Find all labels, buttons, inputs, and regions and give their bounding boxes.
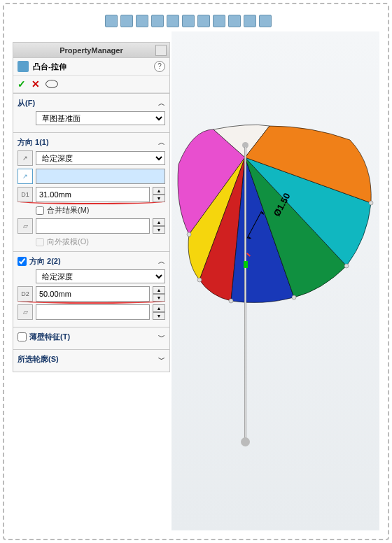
svg-point-1 (197, 278, 202, 282)
direction1-draft-field[interactable] (36, 218, 150, 234)
help-icon[interactable]: ? (154, 61, 165, 72)
sketch-origin-icon[interactable] (244, 261, 248, 268)
direction2-draft-spinner[interactable]: ▲▼ (153, 304, 165, 320)
direction1-depth-spinner[interactable]: ▲▼ (153, 187, 165, 202)
direction2-depth-field[interactable] (36, 286, 150, 302)
tool-display-icon[interactable] (167, 15, 179, 27)
reverse-direction-icon[interactable]: ↗ (18, 150, 33, 166)
direction1-type-select[interactable]: 给定深度 (36, 151, 165, 165)
direction2-type-select[interactable]: 给定深度 (36, 269, 165, 283)
direction1-section: 方向 1(1) ︿ ↗ 给定深度 ↗ D1 ▲▼ 合并结果(M) ▱ ▲▼ 向外… (13, 132, 169, 251)
thin-feature-label: 薄壁特征(T) (29, 332, 70, 342)
property-manager-header: PropertyManager (13, 43, 169, 58)
chevron-down-icon: ﹀ (158, 332, 165, 342)
umbrella-pole (244, 147, 246, 441)
from-header[interactable]: 从(F) ︿ (18, 98, 165, 108)
property-manager-title: PropertyManager (59, 46, 122, 55)
chevron-up-icon: ︿ (158, 99, 165, 108)
svg-point-5 (369, 201, 373, 205)
direction2-draft-field[interactable] (36, 304, 150, 320)
tool-edit-appearance-icon[interactable] (197, 15, 210, 27)
graphics-viewport[interactable]: Ø1.50 (172, 31, 379, 530)
ok-button[interactable]: ✓ (18, 78, 26, 90)
tool-section-icon[interactable] (151, 15, 164, 27)
direction1-label: 方向 1(1) (18, 137, 49, 148)
depth-icon: D1 (18, 187, 33, 202)
draft-icon[interactable]: ▱ (18, 218, 33, 234)
feature-title-row: 凸台-拉伸 ? (13, 58, 169, 76)
preview-icon[interactable] (46, 80, 58, 88)
direction2-label: 方向 2(2) (29, 256, 61, 267)
direction2-enable-checkbox[interactable] (18, 257, 27, 266)
tool-scene-icon[interactable] (213, 15, 225, 27)
extrude-icon (18, 61, 29, 72)
pin-icon[interactable] (155, 45, 167, 56)
direction1-draft-spinner[interactable]: ▲▼ (153, 218, 165, 234)
thin-feature-header[interactable]: 薄壁特征(T) ﹀ (18, 332, 165, 342)
property-manager-panel: PropertyManager 凸台-拉伸 ? ✓ ✕ 从(F) ︿ 草图基准面… (13, 42, 170, 372)
view-toolbar (105, 13, 378, 29)
svg-point-3 (292, 295, 296, 299)
feature-name: 凸台-拉伸 (33, 62, 66, 72)
tool-zoom-area-icon[interactable] (120, 15, 133, 27)
direction1-header[interactable]: 方向 1(1) ︿ (18, 137, 165, 148)
depth-icon: D2 (18, 286, 33, 302)
chevron-down-icon: ﹀ (158, 355, 165, 365)
confirm-row: ✓ ✕ (13, 76, 169, 93)
tool-cube2-icon[interactable] (259, 15, 272, 27)
umbrella-model: Ø1.50 (172, 122, 392, 346)
direction2-section: 方向 2(2) ︿ 给定深度 D2 ▲▼ ▱ ▲▼ (13, 251, 169, 327)
chevron-up-icon: ︿ (158, 257, 165, 267)
selected-contours-header[interactable]: 所选轮廓(S) ﹀ (18, 354, 165, 365)
thin-feature-checkbox[interactable] (18, 332, 27, 341)
direction2-depth-spinner[interactable]: ▲▼ (153, 286, 165, 302)
selected-contours-label: 所选轮廓(S) (18, 354, 59, 365)
tool-view-settings-icon[interactable] (228, 15, 241, 27)
direction1-depth-field[interactable] (36, 187, 150, 202)
merge-result-checkbox[interactable]: 合并结果(M) (36, 205, 165, 216)
from-select[interactable]: 草图基准面 (36, 111, 165, 125)
tool-cube1-icon[interactable] (244, 15, 256, 27)
direction-vector-icon[interactable]: ↗ (18, 169, 33, 184)
svg-point-0 (187, 232, 191, 237)
draft-outward-checkbox: 向外拔模(O) (36, 237, 165, 247)
svg-point-4 (344, 264, 349, 268)
umbrella-handle (241, 437, 250, 446)
tool-prev-view-icon[interactable] (136, 15, 148, 27)
selected-contours-section: 所选轮廓(S) ﹀ (13, 349, 169, 372)
direction1-vector-field[interactable] (36, 169, 165, 184)
tool-hide-icon[interactable] (182, 15, 195, 27)
tool-zoom-fit-icon[interactable] (105, 15, 118, 27)
cancel-button[interactable]: ✕ (31, 78, 40, 90)
direction2-header[interactable]: 方向 2(2) ︿ (18, 256, 165, 267)
thin-feature-section: 薄壁特征(T) ﹀ (13, 327, 169, 349)
svg-point-2 (229, 299, 233, 303)
chevron-up-icon: ︿ (158, 138, 165, 148)
from-section: 从(F) ︿ 草图基准面 (13, 93, 169, 132)
draft2-icon[interactable]: ▱ (18, 304, 33, 320)
from-label: 从(F) (18, 98, 35, 108)
